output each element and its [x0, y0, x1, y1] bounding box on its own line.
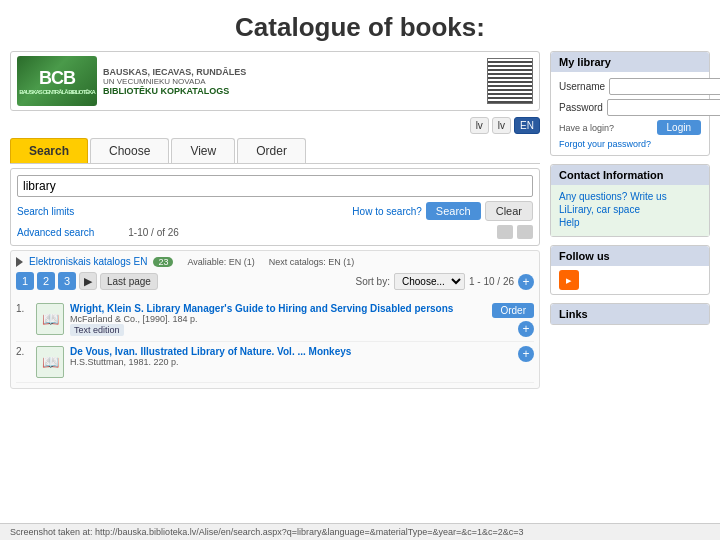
logo-line1: BAUSKAS, IECAVAS, RUNDĀLES — [103, 67, 481, 77]
last-page-button[interactable]: Last page — [100, 273, 158, 290]
book-number-2: 2. — [16, 346, 30, 378]
catalog-badge: 23 — [153, 257, 173, 267]
book-title-2[interactable]: De Vous, Ivan. Illustrated Library of Na… — [70, 346, 512, 357]
links-title: Links — [551, 304, 709, 324]
search-input[interactable] — [17, 175, 533, 197]
search-limits-link[interactable]: Search limits — [17, 206, 74, 217]
book-title-1[interactable]: Wright, Klein S. Library Manager's Guide… — [70, 303, 486, 314]
book-info-1: Wright, Klein S. Library Manager's Guide… — [70, 303, 486, 337]
book-icon-2: 📖 — [36, 346, 64, 378]
links-box: Links — [550, 303, 710, 325]
book-number-1: 1. — [16, 303, 30, 337]
book-meta-2: H.S.Stuttman, 1981. 220 p. — [70, 357, 512, 367]
prev-result-icon[interactable] — [497, 225, 513, 239]
results-page-info: 1-10 / of 26 — [128, 227, 179, 238]
tab-choose[interactable]: Choose — [90, 138, 169, 163]
page-title: Catalogue of books: — [0, 0, 720, 51]
logo-icon: BCB BAUSKAS CENTRĀLĀ BIBLIOTĒKA — [17, 56, 97, 106]
page-3-button[interactable]: 3 — [58, 272, 76, 290]
any-questions-link[interactable]: Any questions? Write us — [559, 191, 701, 202]
password-input[interactable] — [607, 99, 720, 116]
catalog-link[interactable]: Elektroniskais katalogs EN — [29, 256, 147, 267]
contact-title: Contact Information — [551, 165, 709, 185]
my-library-content: Username Password Have a login? Login Fo… — [551, 72, 709, 155]
book-meta-1: McFarland & Co., [1990]. 184 p. — [70, 314, 486, 324]
triangle-icon — [16, 257, 23, 267]
result-icons — [497, 225, 533, 239]
my-library-title: My library — [551, 52, 709, 72]
book-entry-2: 2. 📖 De Vous, Ivan. Illustrated Library … — [16, 342, 534, 383]
sort-row: Sort by: Choose... 1 - 10 / 26 + — [356, 273, 535, 290]
logo-text-block: BAUSKAS, IECAVAS, RUNDĀLES UN VECUMNIEKU… — [103, 67, 481, 96]
advanced-search-link[interactable]: Advanced search — [17, 227, 94, 238]
sort-label: Sort by: — [356, 276, 390, 287]
logo-bcb: BCB — [19, 68, 95, 89]
logo-banner: BCB BAUSKAS CENTRĀLĀ BIBLIOTĒKA BAUSKAS,… — [10, 51, 540, 111]
have-login-text: Have a login? — [559, 123, 614, 133]
tab-view[interactable]: View — [171, 138, 235, 163]
have-login-row: Have a login? Login — [559, 120, 701, 135]
book-actions-2: + — [518, 346, 534, 378]
book-info-2: De Vous, Ivan. Illustrated Library of Na… — [70, 346, 512, 378]
add-to-list-button[interactable]: + — [518, 274, 534, 290]
logo-line2: UN VECUMNIEKU NOVADA — [103, 77, 481, 86]
password-row: Password — [559, 99, 701, 116]
book-tag-1: Text edition — [70, 324, 124, 336]
my-library-box: My library Username Password Have a logi… — [550, 51, 710, 156]
range-info: 1 - 10 / 26 — [469, 276, 514, 287]
footer: Screenshot taken at: http://bauska.bibli… — [0, 523, 720, 540]
available-info: Avaliable: EN (1) — [187, 257, 254, 267]
results-section: Elektroniskais katalogs EN 23 Avaliable:… — [10, 250, 540, 389]
follow-box: Follow us ▸ — [550, 245, 710, 295]
help-link[interactable]: Help — [559, 217, 701, 228]
lang-en-button[interactable]: EN — [514, 117, 540, 134]
username-row: Username — [559, 78, 701, 95]
page-nav: 1 2 3 ▶ Last page — [16, 272, 158, 290]
login-button[interactable]: Login — [657, 120, 701, 135]
logo-line3: BIBLIOTĒKU KOPKATALOGS — [103, 86, 481, 96]
page-2-button[interactable]: 2 — [37, 272, 55, 290]
tab-search[interactable]: Search — [10, 138, 88, 163]
results-header: Elektroniskais katalogs EN 23 Avaliable:… — [16, 256, 534, 267]
book-icon-1: 📖 — [36, 303, 64, 335]
clear-button[interactable]: Clear — [485, 201, 533, 221]
book-entry-1: 1. 📖 Wright, Klein S. Library Manager's … — [16, 299, 534, 342]
search-button[interactable]: Search — [426, 202, 481, 220]
next-result-icon[interactable] — [517, 225, 533, 239]
add-book-2-button[interactable]: + — [518, 346, 534, 362]
footer-url: http://bauska.biblioteka.lv/Alise/en/sea… — [95, 527, 524, 537]
contact-content: Any questions? Write us LiLirary, car sp… — [551, 185, 709, 236]
sidebar: My library Username Password Have a logi… — [550, 51, 710, 389]
lang-bar: lv lv EN — [10, 117, 540, 134]
search-box: Search limits How to search? Search Clea… — [10, 168, 540, 246]
book-actions-1: Order + — [492, 303, 534, 337]
follow-title: Follow us — [551, 246, 709, 266]
username-input[interactable] — [609, 78, 720, 95]
rss-icon[interactable]: ▸ — [559, 270, 579, 290]
lang-lv1-button[interactable]: lv — [470, 117, 489, 134]
forgot-password-link[interactable]: Forgot your password? — [559, 139, 701, 149]
username-label: Username — [559, 81, 605, 92]
password-label: Password — [559, 102, 603, 113]
order-book-1-button[interactable]: Order — [492, 303, 534, 318]
tab-order[interactable]: Order — [237, 138, 306, 163]
sort-select[interactable]: Choose... — [394, 273, 465, 290]
contact-box: Contact Information Any questions? Write… — [550, 164, 710, 237]
nav-tabs: Search Choose View Order — [10, 138, 540, 164]
page-1-button[interactable]: 1 — [16, 272, 34, 290]
add-book-1-button[interactable]: + — [518, 321, 534, 337]
library-space-link[interactable]: LiLirary, car space — [559, 204, 701, 215]
logo-fullname: BAUSKAS CENTRĀLĀ BIBLIOTĒKA — [19, 89, 95, 95]
catalogue-area: BCB BAUSKAS CENTRĀLĀ BIBLIOTĒKA BAUSKAS,… — [10, 51, 540, 389]
next-page-arrow[interactable]: ▶ — [79, 272, 97, 290]
qr-code — [487, 58, 533, 104]
footer-label: Screenshot taken at: — [10, 527, 93, 537]
how-to-search-link[interactable]: How to search? — [352, 206, 421, 217]
next-catalog-info: Next catalogs: EN (1) — [269, 257, 355, 267]
lang-lv2-button[interactable]: lv — [492, 117, 511, 134]
